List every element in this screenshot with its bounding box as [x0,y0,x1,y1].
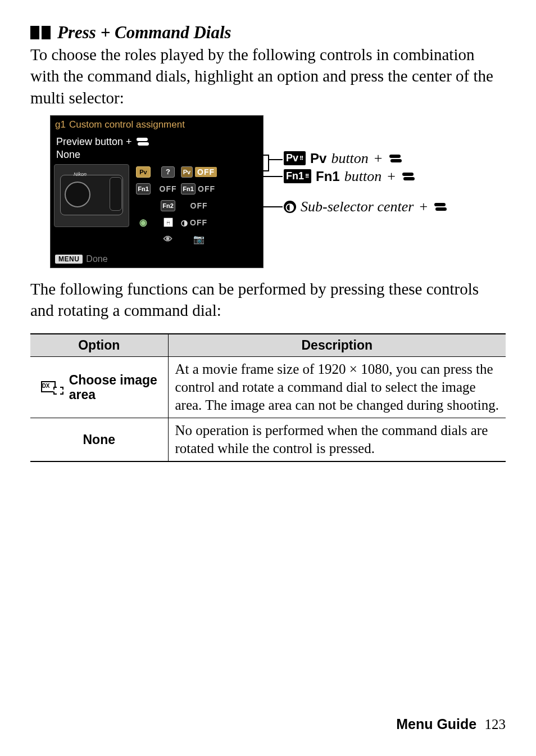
mid-paragraph: The following functions can be performed… [30,278,506,322]
callout-labels: Pv⠿ Pv button + Fn1⠿ Fn1 button + ◑ Sub-… [264,115,506,233]
menu-current-value: None [51,148,263,164]
leader-line [260,206,283,207]
menu-title: Custom control assignment [69,119,185,130]
option-label: None [83,432,116,447]
camera-icon: 📷 [193,234,205,245]
camera-diagram-icon: Nikon [54,164,129,227]
bracket-line [260,155,269,171]
callout-fn1-plus: + [387,168,396,185]
dials-icon [401,171,416,182]
callout-pv-bold: Pv [310,151,326,166]
callout-sub-plus: + [419,198,428,215]
control-assignment-grid: Pv ? Pv OFF Fn1 OFF Fn1 OFF [131,164,260,247]
record-icon: ◉ [139,217,147,228]
callout-fn1-italic: button [344,168,381,185]
image-area-icon: DX [41,380,63,395]
help-icon: ? [161,166,175,178]
af-lock-icon: 🅰 [164,218,172,227]
fn1-dials-chip: Fn1 [181,183,196,194]
dials-icon [433,202,448,212]
dials-icon [135,137,150,147]
table-row: DX Choose imagearea At a movie frame siz… [30,357,506,418]
page-footer: Menu Guide 123 [396,716,506,732]
callout-sub-italic: Sub-selector center [301,198,414,215]
callout-pv: Pv⠿ Pv button + [284,150,403,167]
subselector-icon: ◑ [181,218,188,227]
eye-icon: 👁 [163,234,172,245]
fn1-chip: Fn1 [136,183,151,194]
pv-dials-value: OFF [195,167,217,177]
menu-button-label: MENU [55,255,83,264]
dials-icon [388,153,403,164]
menu-done-label: Done [86,254,107,264]
section-marker-icon [30,26,51,39]
camera-menu-screenshot: g1 Custom control assignment Preview but… [50,115,264,268]
callout-subselector: ◑ Sub-selector center + [284,198,448,215]
table-row: None No operation is performed when the … [30,418,506,462]
page-number: 123 [485,717,506,732]
menu-sub-label: Preview button + [51,134,263,148]
subselector-value: OFF [190,218,207,227]
fn1-dials-value: OFF [198,184,215,193]
option-description: No operation is performed when the comma… [168,418,506,462]
intro-paragraph: To choose the roles played by the follow… [30,44,506,108]
page: Press + Command Dials To choose the role… [0,0,536,756]
section-title: Press + Command Dials [57,22,231,43]
footer-label: Menu Guide [396,716,476,732]
pv-dials-chip: Pv [181,166,193,178]
col-option-header: Option [30,334,168,357]
leader-line [269,159,283,160]
leader-line [260,176,283,177]
option-description: At a movie frame size of 1920 × 1080, yo… [168,357,506,418]
fn1-dials-icon: Fn1⠿ [284,169,311,183]
section-header: Press + Command Dials [30,22,506,43]
menu-code: g1 [55,119,66,130]
menu-main-area: Nikon Pv ? Pv OFF Fn1 OFF Fn1 [51,164,263,251]
option-label: Choose imagearea [69,373,157,402]
subselector-dials-icon: ◑ [284,201,296,213]
menu-titlebar: g1 Custom control assignment [51,116,263,134]
callout-fn1: Fn1⠿ Fn1 button + [284,168,416,185]
pv-chip: Pv [136,166,151,178]
menu-sub-text: Preview button + [56,136,132,148]
fn2-chip: Fn2 [161,200,175,211]
options-table: Option Description DX Choose imagearea A… [30,333,506,462]
menu-footer: MENU Done [51,251,263,268]
fn1-value: OFF [160,184,177,193]
callout-pv-plus: + [374,150,383,167]
callout-fn1-bold: Fn1 [316,169,340,184]
callout-pv-italic: button [331,150,368,167]
screenshot-with-callouts: g1 Custom control assignment Preview but… [50,115,506,268]
pv-dials-icon: Pv⠿ [284,151,306,165]
fn2-value: OFF [190,201,208,210]
col-description-header: Description [168,334,506,357]
